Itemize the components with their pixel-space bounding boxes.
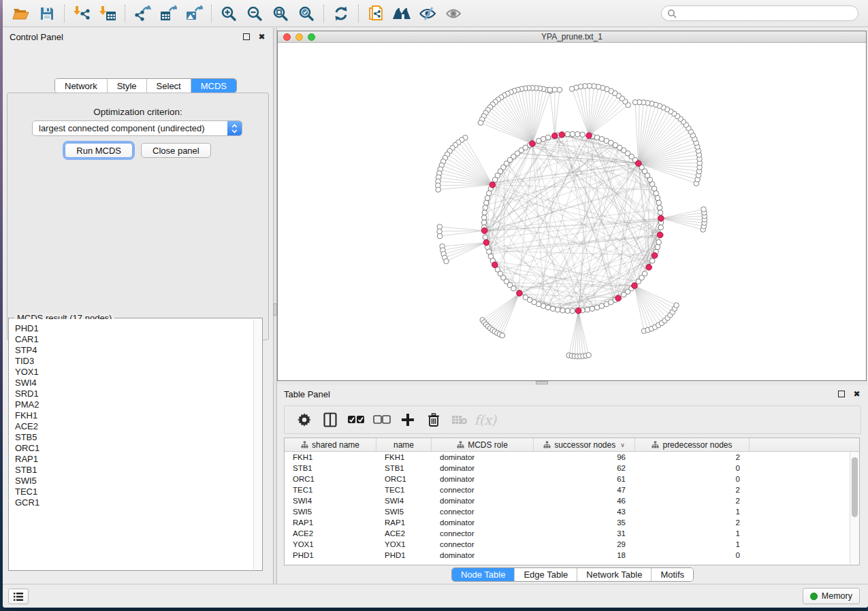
mcds-result-item[interactable]: SRD1 <box>15 389 253 399</box>
mcds-list-scrollbar[interactable] <box>253 319 261 569</box>
tab-motifs[interactable]: Motifs <box>652 568 693 581</box>
table-cell[interactable]: FKH1 <box>376 453 432 461</box>
float-panel-icon[interactable] <box>242 33 251 42</box>
table-cell[interactable]: SWI5 <box>285 508 376 516</box>
mcds-result-list[interactable]: PHD1CAR1STP4TID3YOX1SWI4SRD1PMA2FKH1ACE2… <box>10 319 253 569</box>
column-header-name[interactable]: name <box>376 438 432 451</box>
criterion-dropdown[interactable]: largest connected component (undirected) <box>32 120 242 136</box>
table-cell[interactable]: 2 <box>635 486 750 494</box>
show-panels-button[interactable] <box>8 589 29 604</box>
mcds-result-item[interactable]: TEC1 <box>15 486 253 497</box>
mcds-result-item[interactable]: GCR1 <box>15 497 253 508</box>
table-cell[interactable]: 46 <box>534 497 635 505</box>
zoom-out-button[interactable] <box>242 3 268 24</box>
mcds-result-item[interactable]: CAR1 <box>15 334 253 345</box>
delete-column-button[interactable] <box>421 409 447 431</box>
run-mcds-button[interactable]: Run MCDS <box>65 143 133 158</box>
show-column-button[interactable] <box>317 409 343 431</box>
mcds-result-item[interactable]: SWI5 <box>15 476 253 486</box>
table-cell[interactable]: 31 <box>534 529 635 538</box>
table-cell[interactable]: SWI4 <box>285 497 376 505</box>
column-header-predecessor-nodes[interactable]: predecessor nodes <box>635 438 750 451</box>
table-cell[interactable]: FKH1 <box>285 453 376 461</box>
table-cell[interactable]: 43 <box>534 508 635 516</box>
table-cell[interactable]: 1 <box>635 540 750 548</box>
zoom-fit-button[interactable] <box>268 3 293 24</box>
open-file-button[interactable] <box>8 3 34 24</box>
table-cell[interactable]: 1 <box>635 508 750 516</box>
network-canvas[interactable] <box>278 43 866 380</box>
table-cell[interactable]: dominator <box>432 497 534 505</box>
table-cell[interactable]: 2 <box>635 453 750 461</box>
table-cell[interactable]: PHD1 <box>285 551 376 559</box>
table-cell[interactable]: SWI4 <box>376 497 432 505</box>
tab-edge-table[interactable]: Edge Table <box>515 568 577 581</box>
table-scrollbar[interactable] <box>850 452 859 565</box>
network-graph[interactable] <box>278 43 866 380</box>
splitter-handle[interactable] <box>536 381 548 384</box>
zoom-selected-button[interactable] <box>293 3 319 24</box>
mcds-result-item[interactable]: PHD1 <box>15 323 253 334</box>
save-session-button[interactable] <box>34 3 60 24</box>
mcds-result-item[interactable]: RAP1 <box>15 454 253 465</box>
column-header-shared-name[interactable]: shared name <box>285 438 376 451</box>
table-cell[interactable]: 61 <box>534 475 635 483</box>
export-network-button[interactable] <box>129 3 155 24</box>
table-cell[interactable]: ORC1 <box>285 475 376 483</box>
table-row[interactable]: TEC1TEC1connector472 <box>285 484 850 495</box>
table-cell[interactable]: ORC1 <box>376 475 432 483</box>
deselect-all-button[interactable] <box>369 409 395 431</box>
import-network-button[interactable] <box>69 3 95 24</box>
table-cell[interactable]: 0 <box>635 464 750 472</box>
network-search-box[interactable] <box>661 5 858 21</box>
table-cell[interactable]: RAP1 <box>376 518 432 527</box>
table-cell[interactable]: 47 <box>534 486 635 494</box>
column-header-successor-nodes[interactable]: successor nodes∨ <box>534 438 635 451</box>
table-cell[interactable]: 29 <box>534 540 635 548</box>
show-hide-birds-eye-button[interactable] <box>440 3 466 24</box>
table-cell[interactable]: dominator <box>432 453 534 461</box>
table-cell[interactable]: SWI5 <box>376 508 432 516</box>
create-column-button[interactable] <box>395 409 421 431</box>
mcds-result-item[interactable]: TID3 <box>15 356 253 367</box>
table-cell[interactable]: 18 <box>534 551 635 559</box>
table-cell[interactable]: connector <box>432 540 534 548</box>
table-cell[interactable]: 2 <box>635 497 750 505</box>
table-cell[interactable]: connector <box>432 486 534 494</box>
tab-style[interactable]: Style <box>108 79 147 93</box>
tab-network[interactable]: Network <box>55 79 108 93</box>
tab-node-table[interactable]: Node Table <box>452 568 515 581</box>
close-panel-icon[interactable]: ✖ <box>257 33 266 42</box>
table-row[interactable]: FKH1FKH1dominator962 <box>285 452 850 463</box>
table-row[interactable]: PHD1PHD1dominator180 <box>285 550 850 561</box>
table-settings-button[interactable] <box>291 409 317 431</box>
export-image-button[interactable] <box>181 3 207 24</box>
table-cell[interactable]: dominator <box>432 464 534 472</box>
table-cell[interactable]: 0 <box>635 475 750 483</box>
table-cell[interactable]: STB1 <box>285 464 376 472</box>
table-cell[interactable]: dominator <box>432 551 534 559</box>
table-cell[interactable]: connector <box>432 529 534 538</box>
network-view-titlebar[interactable]: YPA_prune.txt_1 <box>278 31 866 43</box>
mcds-result-item[interactable]: FKH1 <box>15 410 253 421</box>
mcds-result-item[interactable]: STB1 <box>15 465 253 476</box>
column-header-MCDS-role[interactable]: MCDS role <box>432 438 534 451</box>
close-panel-icon[interactable]: ✖ <box>852 390 861 399</box>
table-cell[interactable]: 35 <box>534 518 635 527</box>
table-cell[interactable]: 96 <box>534 453 635 461</box>
zoom-in-button[interactable] <box>216 3 242 24</box>
table-cell[interactable]: 62 <box>534 464 635 472</box>
search-network-button[interactable] <box>389 3 415 24</box>
table-cell[interactable]: YOX1 <box>376 540 432 548</box>
table-cell[interactable]: ACE2 <box>376 529 432 538</box>
show-hide-graphics-details-button[interactable] <box>415 3 440 24</box>
table-cell[interactable]: RAP1 <box>285 518 376 527</box>
table-cell[interactable]: 0 <box>635 551 750 559</box>
tab-network-table[interactable]: Network Table <box>577 568 652 581</box>
table-cell[interactable]: YOX1 <box>285 540 376 548</box>
mcds-result-item[interactable]: STP4 <box>15 345 253 356</box>
tab-select[interactable]: Select <box>147 79 191 93</box>
table-cell[interactable]: 2 <box>635 518 750 527</box>
table-row[interactable]: ORC1ORC1dominator610 <box>285 474 850 484</box>
table-cell[interactable]: 1 <box>635 529 750 538</box>
